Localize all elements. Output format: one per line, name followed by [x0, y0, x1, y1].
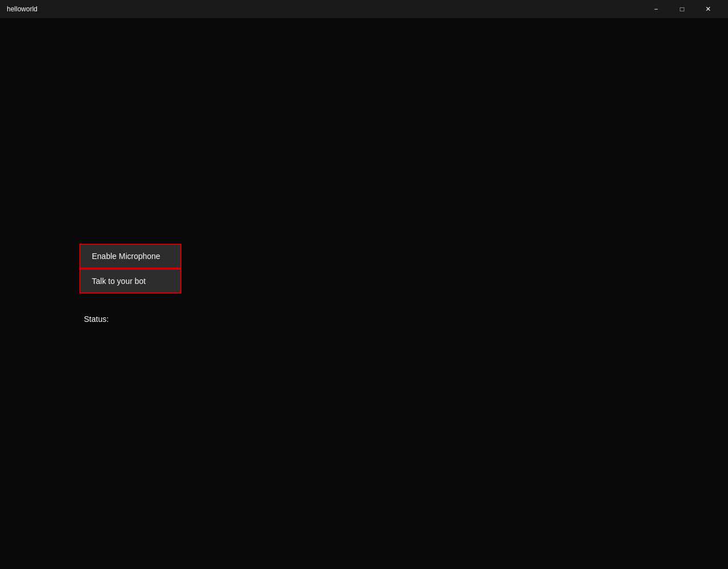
- buttons-area: Enable Microphone Talk to your bot: [79, 244, 181, 294]
- status-label: Status:: [84, 315, 109, 324]
- maximize-button[interactable]: □: [669, 0, 695, 18]
- title-bar: helloworld − □ ✕: [0, 0, 728, 18]
- minimize-button[interactable]: −: [643, 0, 669, 18]
- enable-microphone-button[interactable]: Enable Microphone: [79, 244, 181, 269]
- app-title: helloworld: [7, 5, 37, 13]
- close-button[interactable]: ✕: [695, 0, 721, 18]
- talk-to-bot-button[interactable]: Talk to your bot: [79, 269, 181, 294]
- main-content: [0, 18, 728, 569]
- window-controls: − □ ✕: [643, 0, 721, 18]
